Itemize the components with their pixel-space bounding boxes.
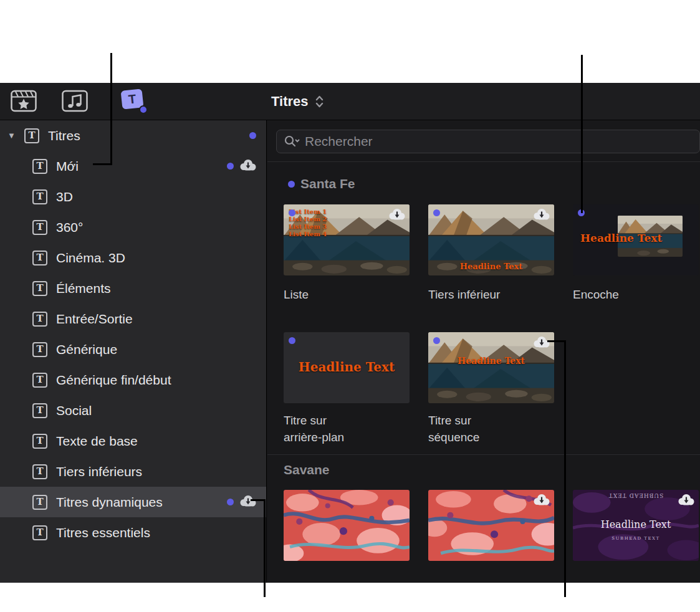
sidebar-item-label: Titres essentiels xyxy=(56,525,150,540)
sidebar-item-cinema-3d[interactable]: T Cinéma. 3D xyxy=(0,242,266,273)
thumbnail-label: Titre sur séquence xyxy=(428,412,479,446)
sidebar-item-label: Générique fin/début xyxy=(56,373,171,388)
preview-text: Headline Text xyxy=(573,519,699,530)
boxed-t-icon: T xyxy=(32,525,47,540)
search-input[interactable] xyxy=(305,134,693,149)
new-content-dot xyxy=(249,132,256,139)
preview-text: List Item 2 xyxy=(289,216,327,223)
callout-line-cloud-connector xyxy=(547,340,566,342)
sidebar-item-social[interactable]: T Social xyxy=(0,395,266,426)
boxed-t-icon: T xyxy=(32,189,47,204)
sidebar-item-titres-essentiels[interactable]: T Titres essentiels xyxy=(0,517,266,548)
thumbnail-label: Liste xyxy=(284,286,309,303)
sidebar-item-label: Cinéma. 3D xyxy=(56,251,125,265)
chevron-up-down-icon xyxy=(315,93,324,110)
sidebar-item-label: Titres dynamiques xyxy=(56,495,163,510)
new-content-dot xyxy=(227,499,234,505)
section-title: Savane xyxy=(284,462,330,477)
sidebar-item-generique[interactable]: T Générique xyxy=(0,334,266,365)
boxed-t-icon: T xyxy=(32,312,47,327)
search-field[interactable] xyxy=(276,130,700,153)
callout-line-moi xyxy=(110,53,112,165)
callout-line-dynamiques xyxy=(264,499,266,597)
sidebar-item-generique-fin-debut[interactable]: T Générique fin/début xyxy=(0,365,266,395)
preview-text: Headline Text xyxy=(428,262,554,271)
preview-text: List Item 3 xyxy=(289,223,327,231)
thumbnail-titre-sur-arriere-plan[interactable]: Headline Text xyxy=(284,332,410,403)
boxed-t-icon: T xyxy=(24,128,39,143)
callout-line-new-dot xyxy=(581,55,583,213)
sidebar-item-360[interactable]: T 360° xyxy=(0,212,266,242)
section-title: Santa Fe xyxy=(300,176,355,191)
boxed-t-icon: T xyxy=(32,342,47,357)
page: { "toolbar": { "title": "Titres", "icons… xyxy=(0,0,700,612)
abstract-pattern xyxy=(284,490,410,561)
preview-text: Headline Text xyxy=(580,232,662,244)
thumbnail-savane-3[interactable]: SUBHEAD TEXT Headline Text SUBHEAD TEXT xyxy=(573,490,699,561)
cloud-download-icon[interactable] xyxy=(388,208,405,220)
clapperboard-star-icon xyxy=(10,89,37,113)
separator xyxy=(267,161,700,162)
thumbnail-label: Tiers inférieur xyxy=(428,286,500,303)
thumbnail-titre-sur-sequence[interactable]: Headline Text xyxy=(428,332,554,403)
separator xyxy=(267,454,700,455)
search-with-scope-icon[interactable] xyxy=(284,135,300,148)
boxed-t-icon: T xyxy=(32,403,47,418)
cloud-download-icon[interactable] xyxy=(239,159,256,174)
sidebar-item-elements[interactable]: T Éléments xyxy=(0,273,266,304)
svg-text:T: T xyxy=(128,92,137,106)
new-content-dot xyxy=(433,337,440,344)
browser-category-popup[interactable]: Titres xyxy=(271,83,324,120)
boxed-t-icon: T xyxy=(32,373,47,388)
photos-audio-icon[interactable] xyxy=(60,88,90,114)
thumbnail-savane-1[interactable] xyxy=(284,490,410,561)
new-content-dot xyxy=(289,337,295,344)
sidebar-item-label: Texte de base xyxy=(56,434,138,449)
effects-browser-icon[interactable] xyxy=(9,88,39,114)
sidebar-item-entree-sortie[interactable]: T Entrée/Sortie xyxy=(0,304,266,334)
thumbnail-tiers-inferieur[interactable]: Headline Text xyxy=(428,204,554,275)
callout-line-moi-connector xyxy=(93,163,112,165)
cloud-download-icon[interactable] xyxy=(533,208,550,220)
boxed-t-icon: T xyxy=(32,464,47,479)
titles-generators-icon[interactable]: T xyxy=(118,88,148,114)
sidebar-item-label: 360° xyxy=(56,220,83,235)
thumbnail-encoche[interactable]: Headline Text xyxy=(573,204,699,275)
boxed-t-icon: T xyxy=(32,434,47,449)
cloud-download-icon[interactable] xyxy=(239,495,256,510)
preview-text: Headline Text xyxy=(284,360,410,375)
browser-category-label: Titres xyxy=(271,93,309,110)
sidebar-item-moi[interactable]: T Mới xyxy=(0,151,266,181)
boxed-t-icon: T xyxy=(32,495,47,510)
sidebar-item-label: Éléments xyxy=(56,281,111,296)
boxed-t-icon: T xyxy=(32,281,47,296)
sidebar-item-titres-root[interactable]: ▼ T Titres xyxy=(0,120,266,151)
preview-text: Headline Text xyxy=(428,356,554,366)
sidebar-item-titres-dynamiques[interactable]: T Titres dynamiques xyxy=(0,487,266,517)
new-content-dot xyxy=(288,181,295,188)
cloud-download-icon[interactable] xyxy=(533,494,550,505)
boxed-t-icon: T xyxy=(32,159,47,174)
sidebar-item-label: Générique xyxy=(56,342,117,357)
sidebar-item-3d[interactable]: T 3D xyxy=(0,181,266,212)
disclosure-triangle-icon[interactable]: ▼ xyxy=(7,131,17,140)
preview-text: SUBHEAD TEXT xyxy=(573,536,699,541)
sidebar-item-texte-de-base[interactable]: T Texte de base xyxy=(0,426,266,456)
sidebar-item-tiers-inferieurs[interactable]: T Tiers inférieurs xyxy=(0,456,266,487)
music-note-icon xyxy=(61,89,89,113)
section-header-santa-fe: Santa Fe xyxy=(288,176,355,191)
thumbnail-label: Encoche xyxy=(573,286,619,303)
sidebar-item-label: Tiers inférieurs xyxy=(56,464,142,479)
section-header-savane: Savane xyxy=(284,462,330,477)
thumbnail-label: Titre sur arrière-plan xyxy=(284,412,344,446)
cloud-download-icon[interactable] xyxy=(678,494,694,505)
new-content-dot xyxy=(433,209,440,216)
boxed-t-icon: T xyxy=(32,251,47,265)
titles-sidebar: ▼ T Titres T Mới T 3D T 360° T Cinéma. xyxy=(0,120,267,583)
sidebar-item-label: Entrée/Sortie xyxy=(56,312,133,327)
toolbar: T Titres xyxy=(0,83,700,120)
thumbnail-liste[interactable]: List Item 1 List Item 2 List Item 3 List… xyxy=(284,204,410,275)
boxed-t-icon: T xyxy=(32,220,47,235)
thumbnail-savane-2[interactable] xyxy=(428,490,554,561)
new-content-dot xyxy=(227,163,234,170)
